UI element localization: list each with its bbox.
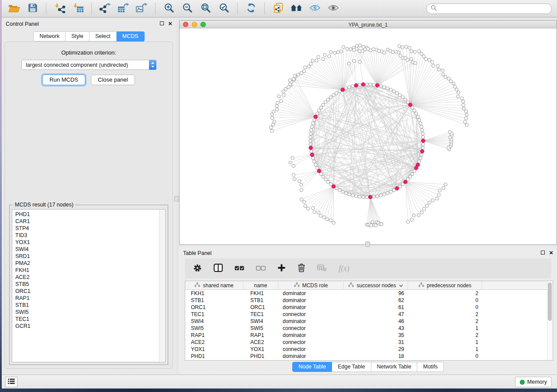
mcds-result-item[interactable]: SRD1 bbox=[15, 253, 165, 260]
mcds-result-item[interactable]: TEC1 bbox=[15, 316, 165, 323]
table-cell[interactable]: connector bbox=[278, 311, 344, 317]
table-cell[interactable]: TEC1 bbox=[185, 311, 243, 317]
tab-motifs[interactable]: Motifs bbox=[417, 362, 443, 372]
table-cell[interactable]: 0 bbox=[408, 304, 482, 310]
tab-network-table[interactable]: Network Table bbox=[371, 362, 418, 372]
table-row[interactable]: SWI4SWI4dominator462 bbox=[185, 318, 553, 325]
run-mcds-button[interactable]: Run MCDS bbox=[42, 75, 85, 85]
search-input[interactable] bbox=[439, 6, 547, 12]
network-canvas[interactable] bbox=[180, 28, 557, 244]
float-panel-icon[interactable] bbox=[160, 21, 164, 25]
mcds-result-scrollbar[interactable] bbox=[159, 210, 165, 361]
zoom-out-button[interactable] bbox=[180, 2, 194, 15]
table-cell[interactable]: 0 bbox=[408, 353, 482, 359]
tab-network[interactable]: Network bbox=[33, 31, 66, 41]
table-cell[interactable]: STB1 bbox=[243, 297, 278, 303]
mcds-result-item[interactable]: PHD1 bbox=[15, 211, 165, 218]
window-maximize-icon[interactable] bbox=[201, 22, 206, 27]
share-document-button[interactable] bbox=[271, 2, 285, 15]
show-column-panel-button[interactable] bbox=[214, 264, 223, 273]
column-header-successor-nodes[interactable]: successor nodes bbox=[344, 281, 408, 289]
table-cell[interactable]: 1 bbox=[408, 339, 482, 345]
table-cell[interactable]: 1 bbox=[408, 346, 482, 352]
table-cell[interactable]: connector bbox=[278, 339, 344, 345]
table-cell[interactable]: dominator bbox=[278, 318, 344, 324]
network-window-titlebar[interactable]: YPA_prune.txt_1 bbox=[180, 21, 557, 28]
tab-mcds[interactable]: MCDS bbox=[117, 31, 145, 41]
table-row[interactable]: ACE2ACE2connector311 bbox=[185, 339, 553, 346]
table-cell[interactable]: connector bbox=[278, 325, 344, 331]
mcds-result-item[interactable]: STB1 bbox=[15, 302, 165, 309]
zoom-in-button[interactable] bbox=[162, 2, 176, 15]
import-table-button[interactable] bbox=[71, 2, 85, 15]
window-close-icon[interactable] bbox=[183, 22, 188, 27]
import-network-button[interactable] bbox=[52, 2, 67, 15]
hide-graphics-details-button[interactable] bbox=[308, 2, 322, 15]
table-cell[interactable]: STB1 bbox=[185, 297, 243, 303]
table-cell[interactable]: 96 bbox=[344, 290, 408, 296]
mcds-result-item[interactable]: SWI4 bbox=[15, 246, 165, 253]
table-cell[interactable]: dominator bbox=[278, 332, 344, 338]
close-panel-icon[interactable]: × bbox=[168, 21, 172, 26]
tab-select[interactable]: Select bbox=[90, 31, 117, 41]
mcds-result-item[interactable]: STB5 bbox=[15, 281, 165, 288]
table-cell[interactable]: dominator bbox=[278, 297, 344, 303]
tab-node-table[interactable]: Node Table bbox=[292, 362, 332, 372]
table-cell[interactable]: FKH1 bbox=[243, 290, 278, 296]
table-cell[interactable]: dominator bbox=[278, 290, 344, 296]
table-cell[interactable]: FKH1 bbox=[185, 290, 243, 296]
mcds-result-item[interactable]: YOX1 bbox=[15, 239, 165, 246]
column-header-predecessor-nodes[interactable]: predecessor nodes bbox=[408, 281, 482, 289]
home-button[interactable] bbox=[289, 2, 304, 15]
mcds-result-item[interactable]: FKH1 bbox=[15, 267, 165, 274]
mcds-result-item[interactable]: RAP1 bbox=[15, 295, 165, 302]
table-scrollbar-thumb[interactable] bbox=[548, 282, 552, 321]
create-column-button[interactable] bbox=[277, 264, 286, 273]
table-cell[interactable]: dominator bbox=[278, 304, 344, 310]
export-table-button[interactable] bbox=[116, 2, 131, 15]
export-network-button[interactable] bbox=[98, 2, 112, 15]
zoom-fit-button[interactable] bbox=[198, 2, 213, 15]
table-cell[interactable]: 2 bbox=[408, 318, 482, 324]
table-cell[interactable]: 0 bbox=[408, 297, 482, 303]
tab-style[interactable]: Style bbox=[66, 31, 90, 41]
column-header-name[interactable]: name bbox=[243, 281, 278, 289]
table-cell[interactable]: 2 bbox=[408, 290, 482, 296]
table-cell[interactable]: 2 bbox=[408, 311, 482, 317]
table-cell[interactable]: RAP1 bbox=[243, 332, 278, 338]
table-cell[interactable]: PHD1 bbox=[243, 353, 278, 359]
table-settings-button[interactable] bbox=[193, 264, 202, 274]
table-cell[interactable]: ORC1 bbox=[243, 304, 278, 310]
zoom-selected-button[interactable] bbox=[217, 2, 231, 15]
delete-columns-button[interactable] bbox=[298, 263, 305, 274]
table-row[interactable]: FKH1FKH1dominator962 bbox=[185, 290, 553, 297]
mcds-result-item[interactable]: PMA2 bbox=[15, 260, 165, 267]
table-cell[interactable]: ACE2 bbox=[185, 339, 243, 345]
table-cell[interactable]: ACE2 bbox=[243, 339, 278, 345]
table-cell[interactable]: connector bbox=[278, 346, 344, 352]
table-cell[interactable]: SWI4 bbox=[185, 318, 243, 324]
select-all-columns-button[interactable] bbox=[235, 265, 244, 272]
mcds-result-item[interactable]: TID3 bbox=[15, 232, 165, 239]
unselect-all-columns-button[interactable] bbox=[256, 265, 266, 272]
table-cell[interactable]: dominator bbox=[278, 353, 344, 359]
table-row[interactable]: SWI5SWI5connector431 bbox=[185, 325, 553, 332]
table-cell[interactable]: 1 bbox=[408, 325, 482, 331]
table-cell[interactable]: 46 bbox=[344, 318, 408, 324]
close-panel-button[interactable]: Close panel bbox=[91, 75, 135, 85]
criterion-select[interactable]: largest connected component (undirected) bbox=[21, 60, 156, 70]
table-cell[interactable]: 29 bbox=[344, 346, 408, 352]
table-cell[interactable]: 47 bbox=[344, 311, 408, 317]
table-row[interactable]: YOX1YOX1connector291 bbox=[185, 346, 553, 353]
table-cell[interactable]: 35 bbox=[344, 332, 408, 338]
table-row[interactable]: STB1STB1dominator620 bbox=[185, 297, 553, 304]
table-cell[interactable]: 2 bbox=[408, 332, 482, 338]
table-row[interactable]: PHD1PHD1dominator180 bbox=[185, 353, 553, 360]
table-cell[interactable]: ORC1 bbox=[185, 304, 243, 310]
table-cell[interactable]: 18 bbox=[344, 353, 408, 359]
mcds-result-item[interactable]: SWI5 bbox=[15, 309, 165, 316]
table-row[interactable]: RAP1RAP1dominator352 bbox=[185, 332, 553, 339]
show-graphics-details-button[interactable] bbox=[326, 2, 340, 15]
table-cell[interactable]: SWI5 bbox=[243, 325, 278, 331]
table-row[interactable]: TEC1TEC1connector472 bbox=[185, 311, 553, 318]
